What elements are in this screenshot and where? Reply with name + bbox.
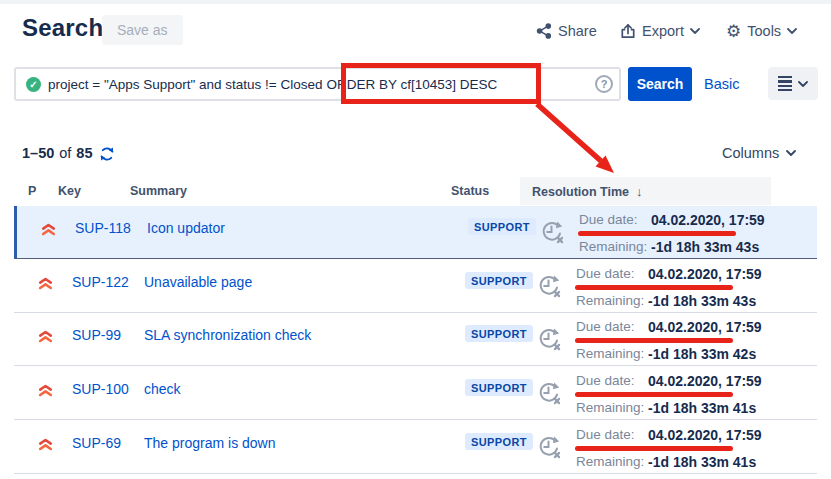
table-row[interactable]: SUP-69 The program is down SUPPORT Due d… [14,421,817,474]
due-date-label: Due date: [579,212,651,228]
save-as-button[interactable]: Save as [102,15,183,45]
issue-key-link[interactable]: SUP-122 [72,274,129,290]
chevron-down-icon [798,81,808,87]
sla-clock-breached-icon [539,219,566,246]
priority-highest-icon [38,438,53,451]
export-button[interactable]: Export [620,20,700,42]
results-count: 1–50 of 85 [22,144,115,162]
issue-summary-link[interactable]: check [144,381,181,397]
sla-clock-breached-icon [536,273,563,300]
due-date-label: Due date: [576,266,648,282]
due-date-line: Due date: 04.02.2020, 17:59 [579,212,765,228]
page-title: Search [22,14,103,42]
refresh-icon[interactable] [99,146,115,162]
search-options-menu-button[interactable] [768,67,818,100]
due-date-value: 04.02.2020, 17:59 [648,373,762,389]
issue-key-link[interactable]: SUP-99 [72,327,121,343]
remaining-line: Remaining: -1d 18h 33m 41s [576,400,756,416]
basic-mode-link[interactable]: Basic [704,76,739,92]
annotation-red-underline [575,392,733,397]
tools-button[interactable]: ⚙ Tools [726,20,797,42]
remaining-line: Remaining: -1d 18h 33m 43s [576,293,756,309]
export-label: Export [642,23,684,39]
share-label: Share [558,23,597,39]
status-badge: SUPPORT [465,379,533,396]
remaining-value: -1d 18h 33m 41s [648,454,756,470]
remaining-label: Remaining: [579,239,651,255]
remaining-line: Remaining: -1d 18h 33m 43s [579,239,759,255]
issue-key-link[interactable]: SUP-118 [75,220,131,236]
window-top-edge [0,0,831,4]
table-row[interactable]: SUP-122 Unavailable page SUPPORT Due dat… [14,260,817,313]
columns-label: Columns [722,145,779,161]
syntax-help-icon[interactable]: ? [595,75,613,93]
hamburger-icon [778,76,792,92]
due-date-label: Due date: [576,319,648,335]
issue-key-link[interactable]: SUP-69 [72,435,121,451]
sla-clock-breached-icon [536,326,563,353]
annotation-red-underline [575,338,733,343]
jql-query-plain: project = "Apps Support" and status != C… [48,77,323,92]
due-date-value: 04.02.2020, 17:59 [648,266,762,282]
column-header-summary[interactable]: Summary [130,184,187,198]
priority-highest-icon [38,384,53,397]
sla-clock-breached-icon [536,380,563,407]
due-date-line: Due date: 04.02.2020, 17:59 [576,427,762,443]
issue-summary-link[interactable]: SLA synchronization check [144,327,311,343]
remaining-label: Remaining: [576,454,648,470]
chevron-down-icon [786,150,796,156]
due-date-label: Due date: [576,373,648,389]
issue-summary-link[interactable]: Icon updator [147,220,225,236]
annotation-red-underline [575,285,733,290]
table-row[interactable]: SUP-99 SLA synchronization check SUPPORT… [14,313,817,366]
status-badge: SUPPORT [465,325,533,342]
priority-highest-icon [38,330,53,343]
table-row[interactable]: SUP-100 check SUPPORT Due date: 04.02.20… [14,367,817,420]
due-date-value: 04.02.2020, 17:59 [648,319,762,335]
status-badge: SUPPORT [465,433,533,450]
columns-dropdown[interactable]: Columns [722,145,796,161]
annotation-red-underline [578,231,736,236]
annotation-red-box [341,63,541,104]
column-header-priority[interactable]: P [28,184,36,198]
search-button[interactable]: Search [628,67,692,101]
share-icon [536,23,552,39]
due-date-line: Due date: 04.02.2020, 17:59 [576,373,762,389]
annotation-red-underline [575,446,733,451]
chevron-down-icon [787,28,797,34]
issue-key-link[interactable]: SUP-100 [72,381,129,397]
remaining-label: Remaining: [576,293,648,309]
column-header-resolution-time[interactable]: Resolution Time ↓ [532,184,643,199]
remaining-value: -1d 18h 33m 43s [648,293,756,309]
status-badge: SUPPORT [465,272,533,289]
remaining-value: -1d 18h 33m 43s [651,239,759,255]
results-of-label: of [59,145,71,161]
due-date-line: Due date: 04.02.2020, 17:59 [576,319,762,335]
remaining-line: Remaining: -1d 18h 33m 42s [576,346,756,362]
share-button[interactable]: Share [536,20,597,42]
status-badge: SUPPORT [468,218,536,235]
column-header-key[interactable]: Key [58,184,81,198]
issue-summary-link[interactable]: The program is down [144,435,276,451]
table-row[interactable]: SUP-118 Icon updator SUPPORT Due date: 0… [14,206,817,259]
resolution-time-label: Resolution Time [532,185,629,199]
priority-highest-icon [41,223,56,236]
issue-summary-link[interactable]: Unavailable page [144,274,252,290]
remaining-label: Remaining: [576,400,648,416]
remaining-value: -1d 18h 33m 41s [648,400,756,416]
export-icon [620,23,636,39]
column-header-status[interactable]: Status [451,184,489,198]
query-valid-icon: ✓ [26,77,41,92]
due-date-line: Due date: 04.02.2020, 17:59 [576,266,762,282]
remaining-value: -1d 18h 33m 42s [648,346,756,362]
due-date-value: 04.02.2020, 17:59 [651,212,765,228]
results-range: 1–50 [22,145,54,161]
sla-clock-breached-icon [536,434,563,461]
tools-label: Tools [747,23,781,39]
gear-icon: ⚙ [726,23,741,40]
chevron-down-icon [690,28,700,34]
priority-highest-icon [38,277,53,290]
remaining-label: Remaining: [576,346,648,362]
due-date-label: Due date: [576,427,648,443]
results-total: 85 [76,145,92,161]
